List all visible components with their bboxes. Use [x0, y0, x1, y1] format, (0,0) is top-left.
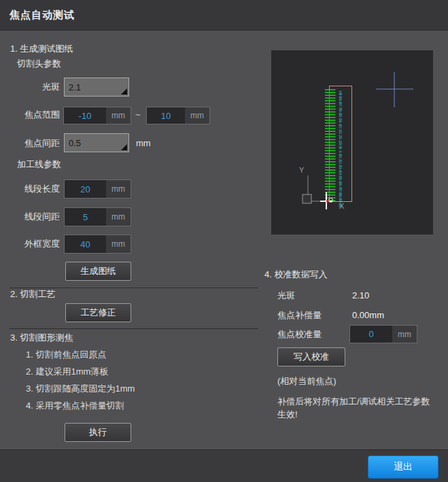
svg-text:7: 7	[339, 107, 343, 109]
divider-2	[10, 328, 258, 329]
compensation-label: 焦点补偿量	[277, 310, 322, 321]
focus-step-select[interactable]: 0.5	[64, 133, 129, 152]
exit-button[interactable]: 退出	[368, 455, 438, 479]
segment-gap-label: 线段间距	[5, 211, 60, 222]
spot-select-value: 2.1	[69, 82, 81, 92]
focus-range-min-input[interactable]: -10 mm	[63, 107, 131, 124]
focus-step-value: 0.5	[69, 138, 81, 148]
origin-red-dot	[326, 200, 329, 203]
svg-text:8: 8	[339, 101, 343, 103]
svg-text:2: 2	[339, 135, 343, 137]
focus-step-label: 焦点间距	[5, 138, 60, 149]
write-calibration-button[interactable]: 写入校准	[277, 347, 345, 366]
focus-range-max-unit: mm	[185, 107, 209, 124]
execute-button[interactable]: 执行	[65, 423, 131, 442]
section4-title: 4. 校准数据写入	[264, 269, 327, 280]
axis-x-label: X	[339, 202, 345, 210]
segment-gap-value[interactable]: 5	[65, 208, 106, 226]
note-1: 1. 切割前焦点回原点	[26, 349, 106, 360]
segment-length-unit: mm	[106, 180, 131, 198]
frame-width-unit: mm	[106, 235, 131, 253]
range-tilde: ~	[135, 109, 141, 120]
blue-crosshair-icon	[376, 72, 413, 107]
dropdown-corner-icon	[121, 144, 127, 150]
focus-range-min-unit: mm	[106, 107, 131, 124]
note-2: 2. 建议采用1mm薄板	[26, 366, 108, 377]
svg-text:5: 5	[339, 118, 343, 120]
axis-y-label: Y	[299, 166, 305, 174]
section2-title: 2. 切割工艺	[10, 289, 55, 300]
focus-step-unit: mm	[136, 138, 151, 149]
axis-origin-marker: Y X	[299, 166, 345, 210]
spot-label: 光斑	[5, 82, 60, 92]
svg-text:4: 4	[339, 124, 343, 126]
segment-length-label: 线段长度	[5, 184, 60, 194]
calibration-unit: mm	[392, 326, 417, 343]
focus-range-min-value[interactable]: -10	[64, 107, 106, 124]
focus-test-lines	[325, 90, 336, 201]
svg-text:1: 1	[339, 140, 343, 142]
note-3: 3. 切割跟随高度固定为1mm	[26, 383, 135, 394]
note-4: 4. 采用零焦点补偿量切割	[26, 400, 124, 411]
calib-spot-value: 2.10	[352, 290, 369, 301]
generate-drawing-button[interactable]: 生成图纸	[65, 262, 131, 281]
compensation-value: 0.00mm	[352, 310, 384, 321]
titlebar: 焦点自动测试	[0, 0, 448, 31]
spot-select[interactable]: 2.1	[64, 78, 129, 97]
focus-range-max-input[interactable]: 10 mm	[146, 107, 210, 124]
section3-title: 3. 切割图形测焦	[10, 332, 73, 343]
dialog-title: 焦点自动测试	[10, 9, 75, 22]
compensation-warning: 补偿后将对所有加工/调试相关工艺参数生效!	[277, 395, 438, 421]
svg-text:9: 9	[339, 96, 343, 98]
focus-range-max-value[interactable]: 10	[147, 107, 185, 124]
svg-text:0: 0	[339, 146, 343, 148]
frame-width-input[interactable]: 40 mm	[64, 235, 131, 254]
section1-title: 1. 生成测试图纸	[10, 44, 73, 54]
focus-range-label: 焦点范围	[5, 109, 60, 120]
test-pattern-preview: 109.598.587.576.565.554.543.532.521.510.…	[271, 50, 433, 235]
calibration-input[interactable]: 0 mm	[349, 325, 417, 343]
segment-length-input[interactable]: 20 mm	[64, 179, 131, 199]
focus-value-labels: 109.598.587.576.565.554.543.532.521.510.…	[339, 90, 343, 207]
calib-spot-label: 光斑	[277, 290, 295, 301]
focus-auto-test-dialog: 焦点自动测试 1. 生成测试图纸 切割头参数 光斑 2.1 焦点范围 -10 m…	[0, 0, 448, 482]
calibration-label: 焦点校准量	[277, 329, 322, 340]
divider-1	[10, 288, 258, 288]
segment-length-value[interactable]: 20	[65, 180, 106, 198]
process-correction-button[interactable]: 工艺修正	[65, 303, 131, 322]
dropdown-corner-icon	[121, 88, 127, 94]
relative-focus-hint: (相对当前焦点)	[277, 375, 337, 388]
svg-text:6: 6	[339, 113, 343, 115]
line-params-title: 加工线参数	[17, 159, 61, 170]
frame-width-value[interactable]: 40	[65, 235, 106, 253]
svg-text:3: 3	[339, 129, 343, 131]
calibration-value[interactable]: 0	[350, 326, 392, 343]
segment-gap-unit: mm	[106, 208, 131, 226]
cutting-head-title: 切割头参数	[17, 58, 61, 69]
segment-gap-input[interactable]: 5 mm	[64, 207, 131, 226]
frame-width-label: 外框宽度	[5, 239, 60, 249]
